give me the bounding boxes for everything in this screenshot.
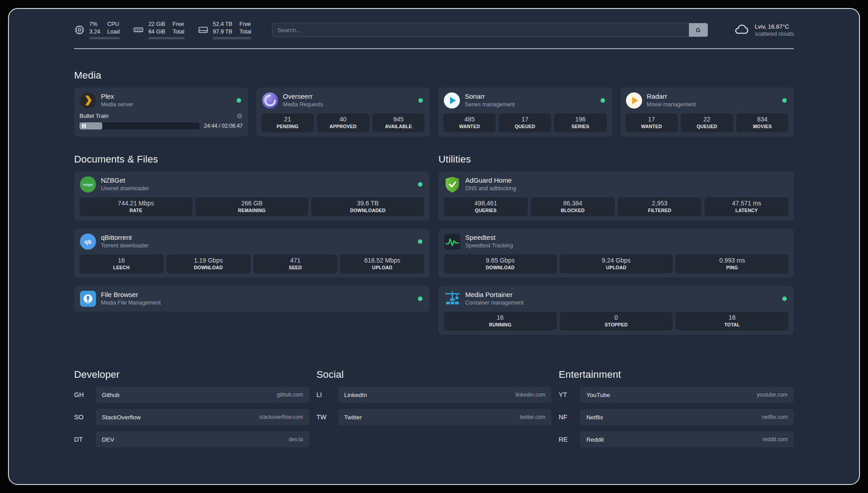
stat-value: 0.993 ms bbox=[676, 257, 788, 264]
bookmark-link-linkedin[interactable]: LinkedIn linkedin.com bbox=[338, 387, 552, 403]
documents-column: Documents & Files nzbget NZBGet Usenet d… bbox=[74, 154, 430, 343]
service-card-nzbget: nzbget NZBGet Usenet downloader 744.21 M… bbox=[74, 171, 430, 221]
weather-location: Lviv, 16.87°C bbox=[755, 23, 794, 30]
stat-tile: 16 TOTAL bbox=[676, 312, 789, 330]
bookmark-link-netflix[interactable]: Netflix netflix.com bbox=[580, 409, 794, 425]
stat-value: 16 bbox=[445, 314, 556, 321]
bookmark-link-github[interactable]: Github github.com bbox=[96, 387, 309, 403]
cpu-progress-bar bbox=[89, 37, 120, 39]
bookmark-name: StackOverflow bbox=[102, 414, 141, 421]
entertainment-column: Entertainment YT YouTube youtube.com NF … bbox=[559, 369, 794, 454]
stat-label: WANTED bbox=[444, 124, 495, 129]
dashboard-panel: 7% CPU 3.24 Load 22 GiB Free 6 bbox=[8, 8, 860, 485]
service-name: Radarr bbox=[647, 92, 696, 101]
qbittorrent-icon: qb bbox=[79, 233, 96, 250]
bookmark-link-reddit[interactable]: Reddit reddit.com bbox=[580, 431, 794, 447]
stat-value: 471 bbox=[255, 257, 337, 264]
service-desc: Container management bbox=[465, 300, 524, 307]
stat-value: 618.52 Mbps bbox=[341, 257, 423, 264]
stat-label: LATENCY bbox=[705, 208, 788, 213]
nzbget-icon: nzbget bbox=[79, 176, 96, 193]
search-input[interactable] bbox=[272, 23, 689, 37]
radarr-icon bbox=[626, 92, 643, 109]
disk-widget: 52.4 TB Free 97.9 TB Total bbox=[198, 21, 251, 39]
social-column: Social LI LinkedIn linkedin.com TW Twitt… bbox=[317, 369, 552, 454]
bookmark-link-dev[interactable]: DEV dev.to bbox=[96, 431, 309, 447]
stat-value: 40 bbox=[318, 116, 368, 123]
bookmark-name: Netflix bbox=[586, 414, 603, 421]
service-link-qbittorrent[interactable]: qb qBittorrent Torrent downloader bbox=[79, 233, 424, 250]
status-indicator bbox=[782, 297, 787, 301]
weather-condition: scattered clouds bbox=[755, 31, 794, 37]
search-bar: G bbox=[272, 23, 708, 37]
cpu-usage: 7% bbox=[89, 21, 100, 28]
header-divider bbox=[74, 48, 794, 49]
stat-value: 17 bbox=[626, 116, 677, 123]
service-link-filebrowser[interactable]: File Browser Media File Management bbox=[79, 290, 424, 307]
bookmark-url: dev.to bbox=[289, 436, 303, 443]
memory-total-label: Total bbox=[172, 28, 184, 36]
stat-value: 22 bbox=[682, 116, 732, 123]
stat-tile: 22 QUEUED bbox=[681, 113, 733, 132]
memory-icon bbox=[133, 25, 144, 35]
service-link-nzbget[interactable]: nzbget NZBGet Usenet downloader bbox=[79, 176, 424, 193]
disk-free-label: Free bbox=[239, 21, 251, 28]
stat-tile: 834 MOVIES bbox=[736, 113, 789, 132]
stat-label: QUEUED bbox=[682, 124, 732, 129]
stat-label: BLOCKED bbox=[532, 208, 614, 213]
stat-value: 21 bbox=[263, 116, 313, 123]
bookmark-link-stackoverflow[interactable]: StackOverflow stackoverflow.com bbox=[96, 409, 309, 425]
overseerr-icon bbox=[262, 92, 279, 109]
status-indicator bbox=[237, 98, 241, 103]
portainer-icon bbox=[444, 290, 461, 307]
service-card-radarr: Radarr Movie management 17 WANTED 22 QUE… bbox=[620, 88, 794, 137]
stat-label: PING bbox=[676, 265, 788, 270]
bookmark-name: Twitter bbox=[344, 414, 362, 421]
bookmark-row: DT DEV dev.to bbox=[74, 431, 309, 447]
service-card-qbittorrent: qb qBittorrent Torrent downloader 16 LEE… bbox=[74, 229, 430, 278]
service-card-speedtest: Speedtest Speedtest Tracking 9.65 Gbps D… bbox=[438, 229, 794, 278]
stat-label: DOWNLOAD bbox=[445, 265, 556, 270]
status-indicator bbox=[601, 98, 605, 103]
service-link-radarr[interactable]: Radarr Movie management bbox=[626, 92, 789, 109]
playback-progress-bar[interactable] bbox=[79, 122, 200, 130]
pause-icon[interactable] bbox=[82, 124, 86, 128]
bookmark-abbr: TW bbox=[317, 414, 333, 421]
bookmark-name: Github bbox=[102, 392, 120, 398]
memory-free-label: Free bbox=[172, 21, 184, 28]
service-desc: Media Requests bbox=[283, 101, 323, 109]
speedtest-icon bbox=[444, 233, 461, 250]
svg-text:nzbget: nzbget bbox=[83, 183, 93, 187]
bookmark-name: LinkedIn bbox=[344, 392, 367, 398]
service-link-speedtest[interactable]: Speedtest Speedtest Tracking bbox=[444, 233, 789, 250]
stat-value: 16 bbox=[80, 257, 163, 264]
stat-value: 9.65 Gbps bbox=[445, 257, 556, 264]
service-name: Sonarr bbox=[465, 92, 515, 101]
gear-icon[interactable]: ⚙ bbox=[237, 113, 242, 119]
cpu-load: 3.24 bbox=[89, 28, 100, 36]
stat-value: 498,461 bbox=[445, 200, 527, 207]
bookmark-link-youtube[interactable]: YouTube youtube.com bbox=[580, 387, 794, 403]
stat-tile: 16 LEECH bbox=[79, 255, 163, 273]
disk-total-label: Total bbox=[239, 28, 251, 36]
stat-label: RUNNING bbox=[445, 322, 556, 327]
bookmark-row: RE Reddit reddit.com bbox=[559, 431, 794, 447]
service-desc: Movie management bbox=[647, 101, 696, 109]
disk-total: 97.9 TB bbox=[213, 28, 233, 36]
service-link-overseerr[interactable]: Overseerr Media Requests bbox=[262, 92, 425, 109]
service-link-portainer[interactable]: Media Portainer Container management bbox=[444, 290, 789, 307]
stat-value: 744.21 Mbps bbox=[80, 200, 192, 207]
cloud-icon bbox=[733, 23, 750, 37]
service-link-sonarr[interactable]: Sonarr Series management bbox=[443, 92, 607, 109]
cpu-label: CPU bbox=[107, 21, 120, 28]
bookmark-url: stackoverflow.com bbox=[259, 414, 303, 420]
disk-icon bbox=[198, 25, 209, 35]
playback-time: 24:44 / 02:06:47 bbox=[204, 123, 243, 129]
stat-tile: 9.65 Gbps DOWNLOAD bbox=[444, 255, 557, 273]
service-desc: DNS and adblocking bbox=[465, 185, 516, 192]
search-provider-button[interactable]: G bbox=[689, 23, 708, 37]
service-link-adguard[interactable]: AdGuard Home DNS and adblocking bbox=[444, 176, 789, 193]
stat-tile: 196 SERIES bbox=[554, 113, 606, 132]
bookmark-link-twitter[interactable]: Twitter twitter.com bbox=[338, 409, 552, 425]
service-link-plex[interactable]: Plex Media server bbox=[79, 92, 243, 109]
